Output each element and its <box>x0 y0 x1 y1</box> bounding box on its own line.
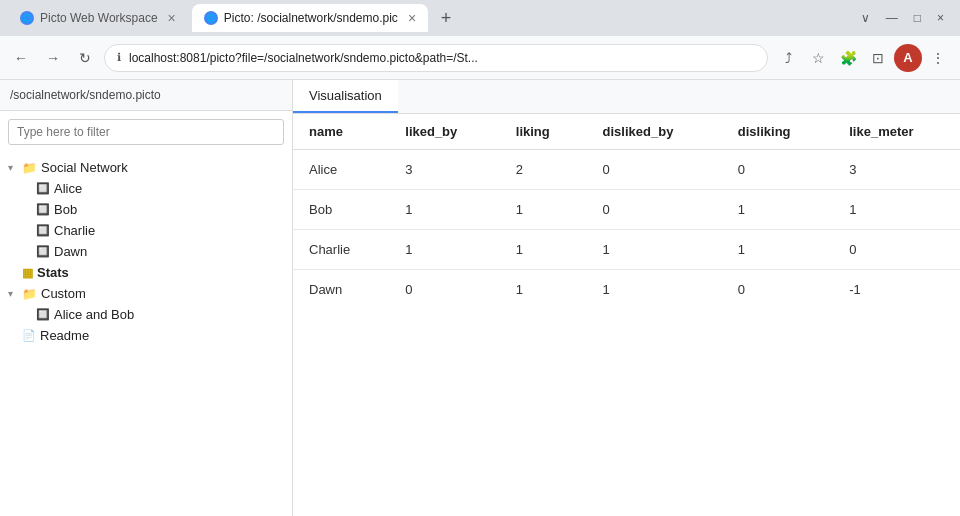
tree-label-custom: Custom <box>41 286 86 301</box>
bookmark-icon[interactable]: ☆ <box>804 44 832 72</box>
cell-disliking: 1 <box>722 190 833 230</box>
col-header-name: name <box>293 114 389 150</box>
filter-input[interactable] <box>8 119 284 145</box>
col-header-disliked-by: disliked_by <box>587 114 722 150</box>
tab-visualisation[interactable]: Visualisation <box>293 80 398 113</box>
col-header-disliking: disliking <box>722 114 833 150</box>
tab-icon-2: 🌐 <box>204 11 218 25</box>
tree: ▾ 📁 Social Network 🔲 Alice 🔲 Bob 🔲 Charl… <box>0 153 292 516</box>
cell-liked_by: 0 <box>389 270 500 310</box>
tab-picto-sndemo[interactable]: 🌐 Picto: /socialnetwork/sndemo.pic × <box>192 4 428 32</box>
table-row: Charlie11110 <box>293 230 960 270</box>
table-area: name liked_by liking disliked_by disliki… <box>293 114 960 516</box>
share-icon[interactable]: ⤴ <box>774 44 802 72</box>
tree-label-stats: Stats <box>37 265 69 280</box>
cell-liking: 1 <box>500 190 587 230</box>
sidebar-item-alice-and-bob[interactable]: 🔲 Alice and Bob <box>0 304 292 325</box>
sidebar-item-custom[interactable]: ▾ 📁 Custom <box>0 283 292 304</box>
cell-liking: 1 <box>500 230 587 270</box>
cell-liking: 2 <box>500 150 587 190</box>
sidebar-item-charlie[interactable]: 🔲 Charlie <box>0 220 292 241</box>
avatar[interactable]: A <box>894 44 922 72</box>
minimize-button[interactable]: — <box>886 11 898 25</box>
cell-liking: 1 <box>500 270 587 310</box>
sidebar-item-stats[interactable]: ▦ Stats <box>0 262 292 283</box>
cell-liked_by: 3 <box>389 150 500 190</box>
tab-close-1[interactable]: × <box>168 10 176 26</box>
cell-disliking: 0 <box>722 150 833 190</box>
lock-icon: ℹ <box>117 51 121 64</box>
tree-label-alice-and-bob: Alice and Bob <box>54 307 134 322</box>
node-icon-charlie: 🔲 <box>36 224 50 237</box>
menu-icon[interactable]: ⋮ <box>924 44 952 72</box>
cell-liked_by: 1 <box>389 230 500 270</box>
col-header-liking: liking <box>500 114 587 150</box>
cell-disliked_by: 1 <box>587 270 722 310</box>
table-row: Bob11011 <box>293 190 960 230</box>
tree-toggle-icon: ▾ <box>8 162 18 173</box>
cell-disliked_by: 0 <box>587 150 722 190</box>
cell-disliking: 0 <box>722 270 833 310</box>
table-body: Alice32003Bob11011Charlie11110Dawn0110-1 <box>293 150 960 310</box>
toolbar-icons: ⤴ ☆ 🧩 ⊡ A ⋮ <box>774 44 952 72</box>
tab-picto-workspace[interactable]: 🌐 Picto Web Workspace × <box>8 4 188 32</box>
table-icon: ▦ <box>22 266 33 280</box>
cell-disliked_by: 0 <box>587 190 722 230</box>
cell-name: Bob <box>293 190 389 230</box>
sidebar-path: /socialnetwork/sndemo.picto <box>0 80 292 111</box>
cell-like_meter: -1 <box>833 270 960 310</box>
addressbar: ← → ↻ ℹ localhost:8081/picto?file=/socia… <box>0 36 960 80</box>
sidebar-item-alice[interactable]: 🔲 Alice <box>0 178 292 199</box>
doc-icon: 📄 <box>22 329 36 342</box>
sidebar-toggle-icon[interactable]: ⊡ <box>864 44 892 72</box>
chevron-down-icon: ∨ <box>861 11 870 25</box>
table-row: Alice32003 <box>293 150 960 190</box>
tab-label-2: Picto: /socialnetwork/sndemo.pic <box>224 11 398 25</box>
tab-label-1: Picto Web Workspace <box>40 11 158 25</box>
sidebar-item-dawn[interactable]: 🔲 Dawn <box>0 241 292 262</box>
forward-button[interactable]: → <box>40 45 66 71</box>
data-table: name liked_by liking disliked_by disliki… <box>293 114 960 309</box>
sidebar-item-readme[interactable]: 📄 Readme <box>0 325 292 346</box>
tab-icon-1: 🌐 <box>20 11 34 25</box>
cell-like_meter: 0 <box>833 230 960 270</box>
sidebar: /socialnetwork/sndemo.picto ▾ 📁 Social N… <box>0 80 293 516</box>
sidebar-item-bob[interactable]: 🔲 Bob <box>0 199 292 220</box>
extension-icon[interactable]: 🧩 <box>834 44 862 72</box>
tab-close-2[interactable]: × <box>408 10 416 26</box>
cell-like_meter: 1 <box>833 190 960 230</box>
maximize-button[interactable]: □ <box>914 11 921 25</box>
close-window-button[interactable]: × <box>937 11 944 25</box>
cell-name: Alice <box>293 150 389 190</box>
refresh-button[interactable]: ↻ <box>72 45 98 71</box>
table-row: Dawn0110-1 <box>293 270 960 310</box>
tree-label-bob: Bob <box>54 202 77 217</box>
table-header: name liked_by liking disliked_by disliki… <box>293 114 960 150</box>
content-area: Visualisation name liked_by liking disli… <box>293 80 960 516</box>
main-area: /socialnetwork/sndemo.picto ▾ 📁 Social N… <box>0 80 960 516</box>
node-icon-dawn: 🔲 <box>36 245 50 258</box>
tree-label-social-network: Social Network <box>41 160 128 175</box>
node-icon-alice: 🔲 <box>36 182 50 195</box>
cell-name: Dawn <box>293 270 389 310</box>
cell-liked_by: 1 <box>389 190 500 230</box>
header-row: name liked_by liking disliked_by disliki… <box>293 114 960 150</box>
cell-disliked_by: 1 <box>587 230 722 270</box>
node-icon-bob: 🔲 <box>36 203 50 216</box>
sidebar-item-social-network[interactable]: ▾ 📁 Social Network <box>0 157 292 178</box>
back-button[interactable]: ← <box>8 45 34 71</box>
folder-icon-custom: 📁 <box>22 287 37 301</box>
titlebar: 🌐 Picto Web Workspace × 🌐 Picto: /social… <box>0 0 960 36</box>
tree-label-alice: Alice <box>54 181 82 196</box>
new-tab-button[interactable]: + <box>432 4 460 32</box>
node-icon-alice-bob: 🔲 <box>36 308 50 321</box>
folder-icon: 📁 <box>22 161 37 175</box>
address-field[interactable]: ℹ localhost:8081/picto?file=/socialnetwo… <box>104 44 768 72</box>
tree-label-dawn: Dawn <box>54 244 87 259</box>
cell-disliking: 1 <box>722 230 833 270</box>
window-controls: ∨ — □ × <box>861 11 952 25</box>
tree-label-charlie: Charlie <box>54 223 95 238</box>
tabs-bar: Visualisation <box>293 80 960 114</box>
cell-name: Charlie <box>293 230 389 270</box>
tree-toggle-icon: ▾ <box>8 288 18 299</box>
